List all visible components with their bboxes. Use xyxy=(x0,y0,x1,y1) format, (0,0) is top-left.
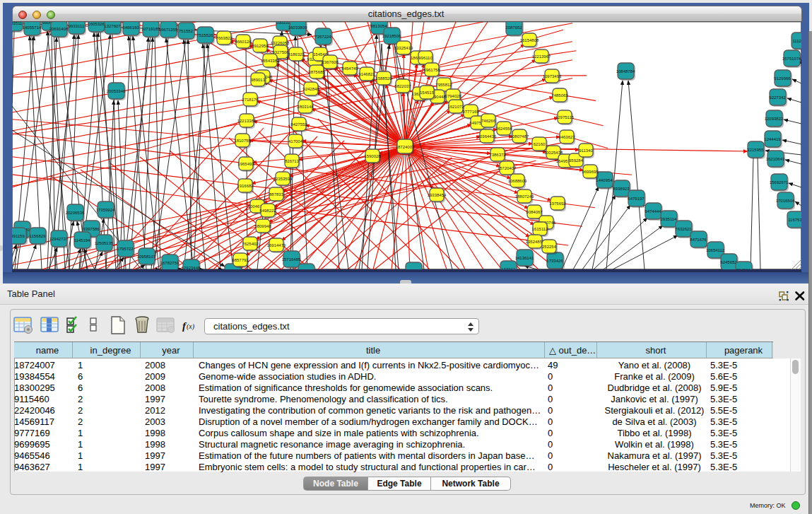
svg-text:5498222: 5498222 xyxy=(259,209,276,213)
svg-text:959284: 959284 xyxy=(569,158,584,163)
svg-text:417004: 417004 xyxy=(288,139,303,144)
svg-text:12213967: 12213967 xyxy=(532,54,551,59)
svg-text:1145194: 1145194 xyxy=(74,238,91,243)
svg-text:9463627: 9463627 xyxy=(558,135,575,139)
svg-text:6479197: 6479197 xyxy=(628,197,645,201)
svg-text:7386372: 7386372 xyxy=(489,153,506,157)
svg-text:8813054: 8813054 xyxy=(370,24,387,28)
svg-text:15692971: 15692971 xyxy=(770,180,789,185)
svg-text:1440954: 1440954 xyxy=(596,178,613,182)
svg-text:2718176: 2718176 xyxy=(242,98,259,102)
svg-text:887833: 887833 xyxy=(269,192,284,197)
svg-text:8427552: 8427552 xyxy=(290,122,307,127)
svg-text:9777169: 9777169 xyxy=(462,110,479,114)
svg-text:12093822: 12093822 xyxy=(765,117,784,121)
svg-text:12505135: 12505135 xyxy=(95,241,114,245)
svg-text:1621072: 1621072 xyxy=(447,105,464,109)
svg-text:18724007: 18724007 xyxy=(396,145,415,149)
svg-text:10688609: 10688609 xyxy=(508,179,527,183)
svg-text:9857791: 9857791 xyxy=(232,258,249,262)
svg-text:751552: 751552 xyxy=(179,29,194,33)
svg-text:12975115: 12975115 xyxy=(555,115,575,119)
svg-text:9474444: 9474444 xyxy=(645,209,661,214)
svg-text:7632621: 7632621 xyxy=(675,227,692,231)
svg-text:1605326: 1605326 xyxy=(88,22,105,26)
svg-text:2367608: 2367608 xyxy=(322,60,339,64)
svg-text:20364436: 20364436 xyxy=(478,134,497,139)
svg-text:12942737: 12942737 xyxy=(49,237,69,241)
svg-text:2935114: 2935114 xyxy=(661,217,678,221)
svg-text:7663822: 7663822 xyxy=(216,36,233,40)
svg-text:10807487: 10807487 xyxy=(510,134,529,139)
svg-text:3875685: 3875685 xyxy=(308,70,325,74)
svg-text:9933111: 9933111 xyxy=(69,24,85,28)
svg-text:1590028: 1590028 xyxy=(364,154,381,158)
svg-text:1615112: 1615112 xyxy=(532,227,549,231)
svg-text:8912954: 8912954 xyxy=(252,44,269,48)
svg-text:18807249: 18807249 xyxy=(515,194,534,199)
svg-text:13325419: 13325419 xyxy=(394,46,413,50)
svg-text:8454749: 8454749 xyxy=(341,66,358,71)
svg-text:17359924: 17359924 xyxy=(96,208,115,212)
svg-text:16671355: 16671355 xyxy=(159,28,178,32)
svg-text:10719185: 10719185 xyxy=(141,27,160,31)
svg-text:1327607: 1327607 xyxy=(104,24,121,28)
svg-text:10973493: 10973493 xyxy=(543,74,562,78)
svg-text:14136141: 14136141 xyxy=(515,256,534,260)
svg-text:7485063: 7485063 xyxy=(551,93,568,98)
svg-text:1975692: 1975692 xyxy=(549,201,566,206)
svg-text:17016504: 17016504 xyxy=(776,199,795,203)
svg-text:6794028: 6794028 xyxy=(445,94,461,98)
svg-text:10958107: 10958107 xyxy=(137,255,156,259)
svg-text:9242848: 9242848 xyxy=(302,87,319,91)
svg-text:1156829: 1156829 xyxy=(30,234,47,238)
svg-text:16154808: 16154808 xyxy=(520,38,539,42)
svg-text:19338454: 19338454 xyxy=(428,193,447,197)
svg-text:(x): (x) xyxy=(187,322,195,331)
svg-text:5809948: 5809948 xyxy=(254,224,271,228)
svg-text:6466160: 6466160 xyxy=(122,25,139,30)
svg-text:19218506: 19218506 xyxy=(382,34,401,38)
svg-text:12213389: 12213389 xyxy=(237,119,257,123)
svg-text:1965493: 1965493 xyxy=(237,162,254,166)
svg-text:1795722: 1795722 xyxy=(117,247,134,251)
svg-text:1588520: 1588520 xyxy=(375,76,392,81)
svg-text:9227342: 9227342 xyxy=(769,95,786,100)
svg-text:116753: 116753 xyxy=(788,218,801,222)
svg-text:15751074: 15751074 xyxy=(782,57,801,61)
svg-text:826713: 826713 xyxy=(285,159,300,163)
svg-text:20691406: 20691406 xyxy=(49,27,69,31)
svg-text:16210643: 16210643 xyxy=(766,157,785,161)
svg-text:8471676: 8471676 xyxy=(690,238,707,242)
svg-text:2803144: 2803144 xyxy=(297,105,314,109)
svg-text:6961758: 6961758 xyxy=(423,68,440,72)
svg-text:8186323: 8186323 xyxy=(288,52,305,57)
svg-text:989013: 989013 xyxy=(251,78,266,82)
svg-text:9327506: 9327506 xyxy=(272,50,289,54)
svg-text:1244419: 1244419 xyxy=(764,137,781,141)
svg-text:7357224: 7357224 xyxy=(314,35,331,39)
svg-text:3215955: 3215955 xyxy=(747,148,764,152)
svg-text:7955812: 7955812 xyxy=(435,83,452,87)
svg-text:391159: 391159 xyxy=(12,234,25,238)
svg-text:16033809: 16033809 xyxy=(288,25,307,30)
svg-text:9245652: 9245652 xyxy=(720,260,737,264)
svg-text:16782759: 16782759 xyxy=(160,261,180,265)
svg-text:911340: 911340 xyxy=(579,148,593,153)
svg-text:111243: 111243 xyxy=(792,39,801,43)
svg-text:62160: 62160 xyxy=(534,142,546,146)
svg-text:996110: 996110 xyxy=(418,56,433,60)
svg-text:9146821: 9146821 xyxy=(358,72,375,76)
svg-text:3624554: 3624554 xyxy=(495,127,512,131)
svg-text:20053346: 20053346 xyxy=(107,89,126,93)
svg-text:15716485: 15716485 xyxy=(282,257,301,262)
svg-text:7625402: 7625402 xyxy=(242,242,259,246)
svg-text:1733426: 1733426 xyxy=(546,259,563,263)
svg-text:13226058: 13226058 xyxy=(271,41,290,45)
svg-text:1916682: 1916682 xyxy=(237,184,254,188)
svg-text:154515: 154515 xyxy=(420,90,435,95)
svg-text:9084067: 9084067 xyxy=(526,210,543,214)
svg-text:10848784: 10848784 xyxy=(616,69,635,74)
svg-text:9397586: 9397586 xyxy=(83,227,100,231)
svg-text:9699695: 9699695 xyxy=(582,170,599,174)
